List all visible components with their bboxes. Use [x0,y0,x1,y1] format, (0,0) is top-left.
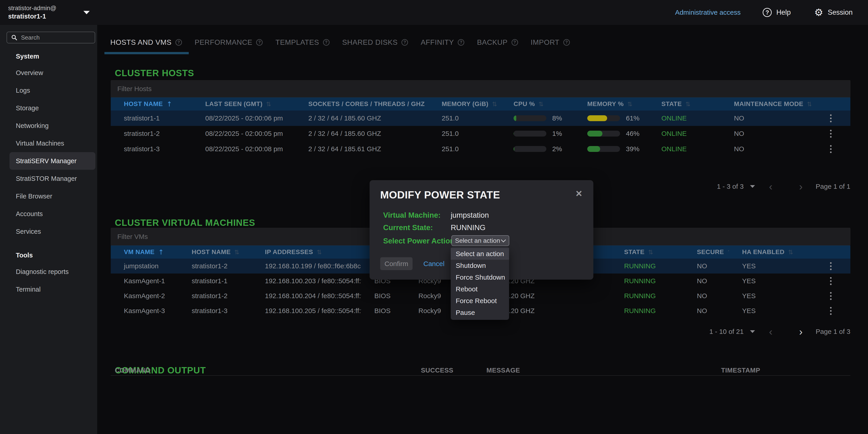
user-menu-button[interactable]: stratistor-admin@ stratistor1-1 [0,4,90,21]
sidebar-item-logs[interactable]: Logs [9,82,95,99]
kebab-icon[interactable] [827,304,834,318]
column-header-ip-addresses[interactable]: IP ADDRESSES⇅ [252,248,361,256]
session-button[interactable]: ⚙ Session [813,7,854,18]
ip-addresses-cell: 192.168.100.204 / fe80::5054:ff:fee8:... [252,292,361,300]
tab-templates[interactable]: TEMPLATES? [270,30,336,54]
sidebar-nav: SystemOverviewLogsStorageNetworkingVirtu… [0,49,97,298]
ip-addresses-cell: 192.168.10.199 / fe80::f6e:6b8c:3f4d:... [252,262,361,270]
nav-section-heading-system: System [0,49,97,64]
vm-name-cell: jumpstation [111,262,179,270]
sort-arrow-up-icon: ↑ [158,248,164,256]
ip-addresses-cell: 192.168.100.205 / fe80::5054:ff:fef4:3..… [252,307,361,315]
tab-backup[interactable]: BACKUP? [471,30,525,54]
sidebar-item-file-browser[interactable]: File Browser [9,187,95,205]
column-header-vm-name[interactable]: VM NAME↑ [111,248,179,256]
host-name-cell: stratistor1-2 [179,262,252,270]
sort-arrows-icon: ⇅ [788,249,794,256]
sidebar-item-storage[interactable]: Storage [9,99,95,117]
column-header-memory-gib[interactable]: MEMORY (GiB)⇅ [429,100,500,107]
prev-page-button[interactable]: ‹ [769,327,772,337]
tab-label: TEMPLATES [275,38,319,46]
column-header-ha-enabled[interactable]: HA ENABLED⇅ [729,248,811,256]
prev-page-button[interactable]: ‹ [769,181,772,192]
spec-cell: 2 / 32 / 64 / 185.60 GHZ [295,114,429,122]
cpu-usage-value: 1% [552,130,562,137]
column-header-cpu[interactable]: CPU %⇅ [500,100,574,107]
vm-name-cell: KasmAgent-3 [111,307,179,315]
power-action-select[interactable]: Select an action [452,235,509,246]
memory-usage: 39% [574,145,648,153]
current-state-field: Current State: RUNNING [383,223,486,232]
administrative-access-link[interactable]: Administrative access [675,8,741,16]
sidebar-item-diagnostic-reports[interactable]: Diagnostic reports [9,263,95,281]
tab-hosts-and-vms[interactable]: HOSTS AND VMS? [104,30,189,54]
row-actions-cell [811,289,850,303]
confirm-button[interactable]: Confirm [380,257,412,270]
secure-cell: NO [684,292,729,300]
tab-shared-disks[interactable]: SHARED DISKS? [336,30,415,54]
pagination-range[interactable]: 1 - 10 of 21 [709,328,744,336]
question-circle-icon: ? [256,39,263,46]
column-header-host-name[interactable]: HOST NAME⇅ [179,248,252,256]
power-action-option-shutdown[interactable]: Shutdown [451,260,509,272]
column-header-last-seen-gmt[interactable]: LAST SEEN (GMT)⇅ [192,100,295,107]
sidebar-item-networking[interactable]: Networking [9,117,95,134]
tab-affinity[interactable]: AFFINITY? [415,30,471,54]
sidebar-item-overview[interactable]: Overview [9,64,95,82]
kebab-icon[interactable] [827,127,834,141]
cancel-button[interactable]: Cancel [422,260,446,268]
sidebar-item-services[interactable]: Services [9,223,95,240]
sidebar-item-terminal[interactable]: Terminal [9,281,95,298]
memory-usage-value: 61% [626,114,640,122]
filter-hosts-input[interactable] [111,80,850,97]
memory-usage: 46% [574,130,648,137]
cpu-usage-bar [514,131,546,136]
kebab-icon[interactable] [827,259,834,273]
cpu-usage: 2% [500,145,574,153]
virtual-machine-field: Virtual Machine: jumpstation [383,210,489,220]
sidebar-item-virtual-machines[interactable]: Virtual Machines [9,134,95,152]
ha-enabled-cell: YES [729,262,811,270]
column-header-memory[interactable]: MEMORY %⇅ [574,100,648,107]
power-action-option-pause[interactable]: Pause [451,307,509,318]
sidebar: SystemOverviewLogsStorageNetworkingVirtu… [0,25,97,434]
spec-cell: 2 / 32 / 64 / 185.61 GHZ [295,145,429,153]
kebab-icon[interactable] [827,274,834,288]
next-page-button[interactable]: › [799,327,802,337]
column-header-state[interactable]: STATE⇅ [648,100,721,107]
ha-enabled-cell: YES [729,307,811,315]
power-action-option-force-shutdown[interactable]: Force Shutdown [451,272,509,283]
column-header-secure[interactable]: SECURE⇅ [684,248,729,256]
sidebar-item-accounts[interactable]: Accounts [9,205,95,223]
host-name-cell: stratistor1-2 [111,130,192,137]
tab-import[interactable]: IMPORT? [525,30,577,54]
sidebar-item-stratistor-manager[interactable]: StratiSTOR Manager [9,170,95,187]
field-label: Current State: [383,223,451,232]
search-box [6,32,95,43]
tab-label: AFFINITY [421,38,454,46]
column-header-maintenance-mode[interactable]: MAINTENANCE MODE⇅ [721,100,811,107]
row-actions-cell [811,304,850,318]
column-header-success: SUCCESS [417,367,483,374]
kebab-icon[interactable] [827,289,834,303]
column-header-host-name[interactable]: HOST NAME↑ [111,100,192,108]
pagination-range[interactable]: 1 - 3 of 3 [717,183,743,190]
column-header-state[interactable]: STATE⇅ [611,248,684,256]
host-row: stratistor1-108/22/2025 - 02:00:06 pm2 /… [111,111,850,126]
kebab-icon[interactable] [827,112,834,125]
secure-cell: NO [684,277,729,285]
search-input[interactable] [21,34,91,41]
power-action-option-select-an-action[interactable]: Select an action [451,248,509,260]
power-action-option-reboot[interactable]: Reboot [451,283,509,295]
sidebar-item-stratiserv-manager[interactable]: StratiSERV Manager [9,152,95,170]
state-cell: RUNNING [611,262,684,270]
next-page-button[interactable]: › [799,181,802,192]
cpu-usage-bar [514,115,546,121]
tab-performance[interactable]: PERFORMANCE? [189,30,270,54]
vm-name-cell: KasmAgent-2 [111,292,179,300]
help-button[interactable]: ? Help [761,8,792,17]
kebab-icon[interactable] [827,143,834,156]
power-action-option-force-reboot[interactable]: Force Reboot [451,295,509,307]
close-icon[interactable]: × [575,188,583,199]
column-header-sockets-cores-threads-ghz[interactable]: SOCKETS / CORES / THREADS / GHZ⇅ [295,100,429,107]
